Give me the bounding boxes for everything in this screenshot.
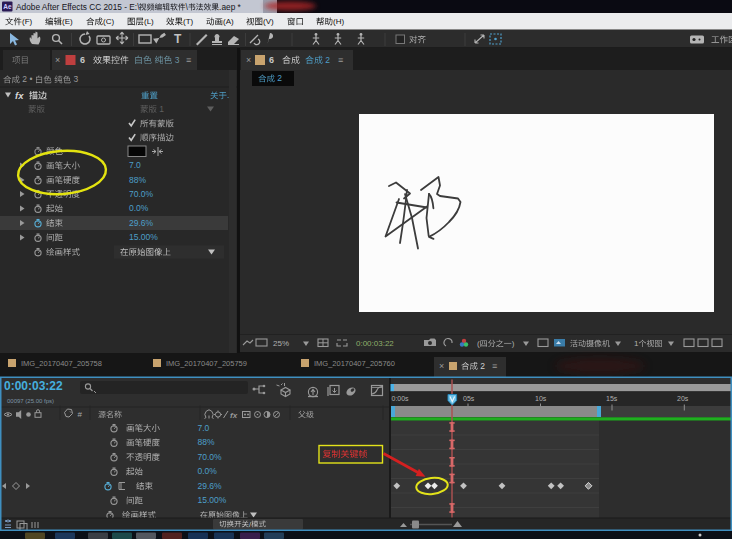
svg-text:0:00:03:22: 0:00:03:22: [356, 339, 394, 348]
svg-text:15.00%: 15.00%: [198, 495, 227, 505]
svg-text:0.0%: 0.0%: [129, 203, 149, 213]
svg-text:IMG_20170407_205758: IMG_20170407_205758: [21, 359, 102, 368]
svg-text:(L): (L): [144, 17, 154, 26]
svg-text:25%: 25%: [273, 339, 289, 348]
svg-text:IMG_20170407_205759: IMG_20170407_205759: [166, 359, 247, 368]
svg-text:2 •: 2 •: [20, 74, 35, 84]
svg-text:(: (: [477, 339, 480, 348]
svg-text:0:00:03:22: 0:00:03:22: [4, 379, 63, 393]
svg-text:70.0%: 70.0%: [129, 189, 154, 199]
svg-text:7.0: 7.0: [129, 160, 141, 170]
svg-text:): ): [512, 339, 515, 348]
svg-text:.aep *: .aep *: [219, 2, 241, 12]
svg-text:88%: 88%: [198, 437, 215, 447]
svg-text:15.00%: 15.00%: [129, 232, 158, 242]
svg-text:2: 2: [323, 55, 330, 65]
svg-text:×: ×: [246, 55, 251, 65]
svg-text:00097 (25.00 fps): 00097 (25.00 fps): [7, 398, 54, 404]
svg-text:≡: ≡: [492, 361, 497, 371]
svg-text:(H): (H): [333, 17, 344, 26]
svg-text:(C): (C): [103, 17, 114, 26]
svg-text:6: 6: [269, 55, 274, 65]
svg-text:3: 3: [71, 74, 78, 84]
svg-text:Ae: Ae: [3, 3, 12, 10]
svg-text:70.0%: 70.0%: [198, 452, 223, 462]
svg-text:2: 2: [478, 361, 485, 371]
svg-text:×: ×: [55, 55, 60, 65]
svg-text:15s: 15s: [606, 395, 618, 402]
svg-text:×: ×: [439, 361, 444, 371]
svg-text:2: 2: [275, 73, 282, 83]
svg-text:7.0: 7.0: [198, 423, 210, 433]
svg-text:T: T: [174, 32, 182, 46]
svg-text:≡: ≡: [186, 55, 191, 65]
svg-text:0.0%: 0.0%: [198, 466, 218, 476]
svg-text:29.6%: 29.6%: [198, 481, 223, 491]
svg-text:88%: 88%: [129, 175, 146, 185]
svg-text:3: 3: [172, 55, 179, 65]
svg-text:(E): (E): [62, 17, 73, 26]
svg-text:#: #: [78, 410, 83, 419]
svg-text:≡: ≡: [338, 55, 343, 65]
svg-text:1: 1: [634, 339, 639, 348]
svg-text:(F): (F): [22, 17, 33, 26]
svg-text:fx: fx: [230, 411, 238, 420]
svg-text:29.6%: 29.6%: [129, 218, 154, 228]
svg-text:(V): (V): [263, 17, 274, 26]
svg-text:1: 1: [157, 104, 164, 114]
svg-text:IMG_20170407_205760: IMG_20170407_205760: [314, 359, 395, 368]
svg-text:0:00s: 0:00s: [392, 395, 410, 402]
svg-text:(A): (A): [223, 17, 234, 26]
svg-text:Adobe After Effects CC 2015 -: Adobe After Effects CC 2015 - E:\: [16, 2, 140, 12]
svg-text:20s: 20s: [677, 395, 689, 402]
svg-text:fx: fx: [15, 90, 24, 101]
svg-text:10s: 10s: [535, 395, 547, 402]
svg-text:05s: 05s: [463, 395, 475, 402]
svg-text:(T): (T): [183, 17, 194, 26]
svg-text:6: 6: [80, 55, 85, 65]
